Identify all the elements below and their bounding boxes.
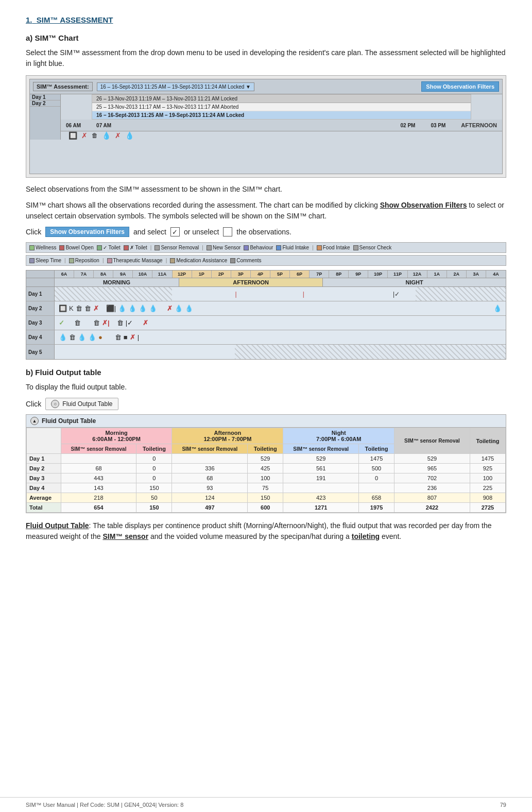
table-row-day2: Day 2 68 0 336 425 561 500 965 925 <box>27 464 506 473</box>
section-corner <box>26 278 55 286</box>
footer-left: SIM™ User Manual | Ref Code: SUM | GEN4_… <box>26 802 183 808</box>
d2-total-sensor: 965 <box>394 464 470 473</box>
avg-n-toilet: 658 <box>358 493 394 503</box>
day5-label: Day 5 <box>26 345 55 359</box>
symbol-6: 💧 <box>125 131 134 140</box>
food-intake-color <box>317 245 322 250</box>
new-sensor-label: New Sensor <box>213 245 241 250</box>
show-obs-inline: Show Observation Filters <box>380 201 467 209</box>
d4-s3: 💧 <box>78 333 86 341</box>
day4-label: Day 4 <box>26 330 55 344</box>
fluid-desc-3: event. <box>382 532 401 540</box>
night-sensor-header: SIM™ sensor Removal <box>283 444 359 454</box>
fluid-click-label: Click <box>26 400 41 408</box>
d4-s6: 🗑 <box>115 333 122 341</box>
chart-row-day5: Day 5 <box>26 345 506 359</box>
new-sensor-color <box>207 245 212 250</box>
fluid-intro-text: To display the fluid output table. <box>26 382 506 393</box>
tot-m-toilet: 150 <box>136 503 172 513</box>
d3-s7: ✗ <box>143 319 148 327</box>
day1-label: Day 1 <box>26 287 55 301</box>
observation-legend-bar: Wellness Bowel Open ✓ Toilet ✗ Toilet | … <box>26 242 506 253</box>
and-select-text: and select <box>133 228 166 236</box>
night-header: Night7:00PM - 6:00AM <box>283 428 394 444</box>
d3-n-sensor: 191 <box>283 473 359 483</box>
d2-a-sensor: 336 <box>172 464 248 473</box>
t-2a: 2A <box>447 270 467 278</box>
d3-n-toilet: 0 <box>358 473 394 483</box>
dropdown-item-2[interactable]: 25 – 13-Nov-2013 11:17 AM – 13-Nov-2013 … <box>92 103 471 111</box>
symbol-5: ✗ <box>115 131 121 140</box>
show-observation-filters-inline-btn[interactable]: Show Observation Filters <box>45 227 129 237</box>
d3-total-toilet: 100 <box>470 473 505 483</box>
d2-s1: 🔲 <box>59 304 67 312</box>
the-observations-text: the observations. <box>236 228 291 236</box>
fluid-output-table-btn[interactable]: ○ Fluid Output Table <box>45 398 118 410</box>
row-day1-label: Day 1 <box>27 454 61 464</box>
row-total-label: Total <box>27 503 61 513</box>
d3-m-sensor: 443 <box>61 473 136 483</box>
t-9p: 9P <box>349 270 368 278</box>
day1-hatched-right <box>416 287 506 301</box>
day1-sym1: | <box>235 291 236 298</box>
wellness-color <box>29 245 35 250</box>
row-day2-label: Day 2 <box>27 464 61 473</box>
fluid-table-container: ▲ Fluid Output Table Morning6:00AM - 12:… <box>26 414 506 513</box>
d2-s8: 💧 <box>128 304 136 312</box>
d4-m-sensor: 143 <box>61 483 136 493</box>
avg-m-sensor: 218 <box>61 493 136 503</box>
day1-hatched <box>55 287 172 301</box>
chart-header: SIM™ Assessment: 16 – 16-Sept-2013 11:25… <box>30 79 502 94</box>
t-10p: 10P <box>368 270 388 278</box>
d4-s8: ✗ <box>130 333 135 341</box>
t-1a: 1A <box>427 270 447 278</box>
subsection-b-title: b) Fluid Output table <box>26 368 506 377</box>
t-3a: 3A <box>467 270 486 278</box>
checkbox-empty <box>223 227 232 236</box>
chart-row-day3: Day 3 ✓ 🗑 🗑 ✗| 🗑 |✓ ✗ <box>26 316 506 330</box>
morning-toileting-header: Toileting <box>136 444 172 454</box>
behaviour-color <box>244 245 249 250</box>
d2-s6: ⬛| <box>106 304 116 312</box>
legend-toilet-x: ✗ Toilet <box>124 245 147 250</box>
night-toileting-header: Toileting <box>358 444 394 454</box>
avg-m-toilet: 50 <box>136 493 172 503</box>
medication-label: Medication Assistance <box>176 258 227 263</box>
dropdown-selected[interactable]: 16 – 16-Sept-2013 11:25 AM – 19-Sept-201… <box>97 82 254 91</box>
t-8a: 8A <box>94 270 113 278</box>
legend-bowel: Bowel Open <box>59 245 93 250</box>
fluid-click-line: Click ○ Fluid Output Table <box>26 398 506 410</box>
legend-toilet-check: ✓ Toilet <box>97 245 121 250</box>
bowel-color <box>59 245 64 250</box>
sensor-removal-color <box>155 245 160 250</box>
table-row-day3: Day 3 443 0 68 100 191 0 702 100 <box>27 473 506 483</box>
fluid-table-title-bar: ▲ Fluid Output Table <box>26 415 506 428</box>
comments-color <box>230 258 235 263</box>
checkbox-checked: ✓ <box>170 227 180 236</box>
time-07am: 07 AM <box>96 123 111 128</box>
dropdown-item-1[interactable]: 26 – 13-Nov-2013 11:19 AM – 13-Nov-2013 … <box>92 95 471 103</box>
legend-reposition: Reposition <box>69 258 99 263</box>
dropdown-item-selected[interactable]: 16 – 16-Sept-2013 11:25 AM – 19-Sept-201… <box>92 111 471 119</box>
fluid-table-title-text: Fluid Output Table <box>42 417 96 425</box>
morning-header: Morning6:00AM - 12:00PM <box>61 428 172 444</box>
d4-s9: | <box>138 333 139 341</box>
legend-new-sensor: New Sensor <box>207 245 241 250</box>
d3-a-sensor: 68 <box>172 473 248 483</box>
d3-s1: ✓ <box>59 319 64 327</box>
chart-day-1-label: Day 1 <box>30 94 60 100</box>
table-row-day1: Day 1 0 529 529 1475 529 1475 <box>27 454 506 464</box>
avg-total-toilet: 908 <box>470 493 505 503</box>
legend-therapeutic: Therapeutic Massage <box>107 258 163 263</box>
d4-total-sensor: 236 <box>394 483 470 493</box>
t-12p: 12P <box>173 270 192 278</box>
show-observation-filters-btn[interactable]: Show Observation Filters <box>421 81 499 92</box>
fluid-description: Fluid Output Table: The table displays p… <box>26 520 506 542</box>
legend-food-intake: Food Intake <box>317 245 350 250</box>
day2-data: 🔲 K 🗑 🗑 ✗ ⬛| 💧 💧 💧 💧 ✗ 💧 💧 💧 <box>55 301 506 315</box>
day5-data <box>55 345 506 359</box>
sensor-check-color <box>353 245 358 250</box>
toilet-check-color <box>97 245 102 250</box>
subsection-a-title: a) SIM™ Chart <box>26 33 506 42</box>
time-06am: 06 AM <box>66 123 81 128</box>
